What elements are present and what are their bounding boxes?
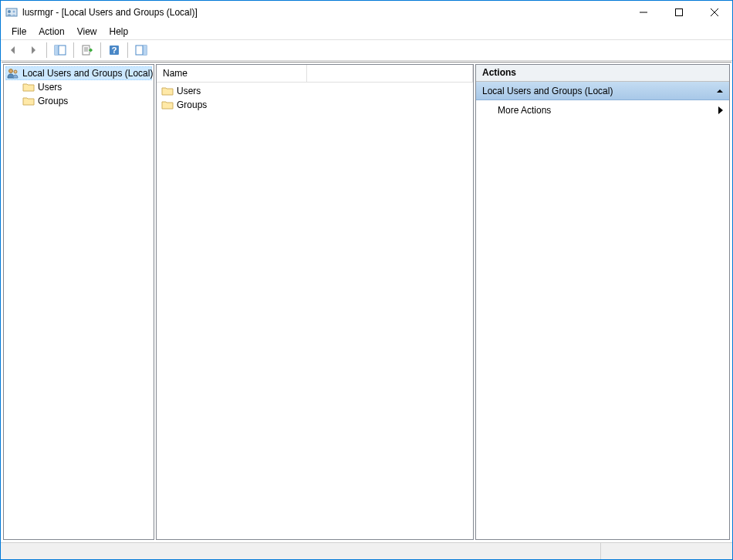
svg-rect-17 [143,46,147,55]
menu-file[interactable]: File [5,25,32,39]
svg-point-2 [13,11,15,13]
window-title: lusrmgr - [Local Users and Groups (Local… [22,7,626,18]
svg-rect-8 [55,46,59,55]
folder-icon [22,81,35,93]
toolbar-separator [73,42,74,58]
show-hide-tree-button[interactable] [51,42,69,59]
back-button[interactable] [4,42,22,59]
export-list-button[interactable] [78,42,96,59]
tree-item-label: Users [38,82,62,93]
list-item-groups[interactable]: Groups [158,98,471,112]
menu-help[interactable]: Help [103,25,135,39]
svg-text:?: ? [112,46,117,55]
list-panel: Name Users [156,64,474,540]
main-area: Local Users and Groups (Local) Users Gro… [2,62,731,541]
status-cell [601,543,732,559]
svg-rect-10 [83,46,90,55]
maximize-button[interactable] [661,1,697,24]
actions-section-label: Local Users and Groups (Local) [482,86,613,96]
column-header-blank[interactable] [307,65,473,82]
status-bar [1,542,732,559]
svg-rect-4 [676,9,683,16]
list-item-label: Groups [177,100,207,110]
svg-point-20 [14,70,17,73]
submenu-arrow-icon [718,106,723,114]
window-frame: lusrmgr - [Local Users and Groups (Local… [0,0,733,560]
minimize-button[interactable] [626,1,661,24]
close-button[interactable] [697,1,732,24]
toolbar-separator [46,42,47,58]
actions-panel: Actions Local Users and Groups (Local) M… [475,64,730,540]
tree-root-local-users-and-groups[interactable]: Local Users and Groups (Local) [5,66,152,80]
show-hide-action-pane-button[interactable] [132,42,150,59]
folder-icon [161,99,174,111]
collapse-icon [717,88,723,94]
svg-point-1 [8,10,11,13]
menu-view[interactable]: View [71,25,103,39]
list-body[interactable]: Users Groups [157,83,473,539]
users-groups-icon [7,67,19,79]
status-cell [1,543,601,559]
actions-more-actions[interactable]: More Actions [476,100,729,120]
folder-icon [161,85,174,97]
toolbar: ? [1,39,732,61]
tree-item-groups[interactable]: Groups [5,94,152,108]
list-header: Name [157,65,473,83]
actions-header: Actions [476,65,729,82]
list-item-users[interactable]: Users [158,84,471,98]
folder-icon [22,95,35,107]
toolbar-separator [100,42,101,58]
tree-item-users[interactable]: Users [5,80,152,94]
window-controls [626,1,732,24]
tree-panel[interactable]: Local Users and Groups (Local) Users Gro… [3,64,154,540]
column-header-name[interactable]: Name [157,65,307,82]
actions-item-label: More Actions [498,105,551,116]
menu-bar: File Action View Help [1,24,732,39]
tree-item-label: Groups [38,96,68,106]
menu-action[interactable]: Action [32,25,70,39]
app-icon [5,6,18,19]
list-item-label: Users [177,86,201,96]
title-bar: lusrmgr - [Local Users and Groups (Local… [1,1,732,24]
forward-button[interactable] [24,42,42,59]
toolbar-separator [127,42,128,58]
svg-point-19 [9,69,13,73]
tree-root-label: Local Users and Groups (Local) [22,68,153,79]
help-button[interactable]: ? [105,42,123,59]
actions-section-header[interactable]: Local Users and Groups (Local) [476,82,729,100]
